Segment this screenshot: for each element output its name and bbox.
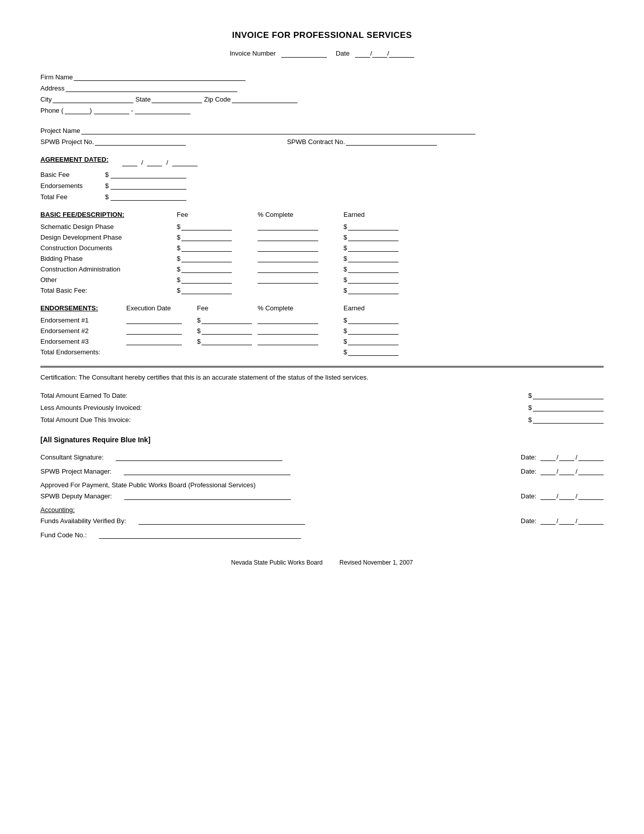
invoice-date-mm[interactable] [355, 50, 370, 58]
spwb-project-no-field[interactable] [95, 137, 186, 146]
endorsements-field[interactable] [111, 181, 186, 190]
deputy-sig-field[interactable] [124, 492, 291, 500]
total-fee-label: Total Fee [40, 193, 101, 201]
basic-fee-label: Basic Fee [40, 171, 101, 178]
consultant-sig-field[interactable] [116, 453, 282, 461]
invoice-number-row: Invoice Number Date / / [40, 50, 604, 58]
cons-date-yyyy[interactable] [578, 453, 604, 461]
other-earned-field[interactable] [348, 275, 399, 284]
fund-code-field[interactable] [99, 531, 301, 539]
endorsements-dollar: $ [105, 181, 186, 190]
other-pct-field[interactable] [258, 275, 318, 284]
spwb-pm-field[interactable] [124, 467, 290, 475]
total-due-field[interactable] [533, 415, 604, 424]
deputy-sig-row: SPWB Deputy Manager: Date: / / [40, 492, 604, 500]
end1-fee-field[interactable] [202, 316, 252, 324]
less-prev-row: Less Amounts Previously Invoiced: $ [40, 403, 604, 411]
basic-fee-table-header: BASIC FEE/DESCRIPTION: Fee % Complete Ea… [40, 211, 604, 218]
table-row: Total Basic Fee: $ $ [40, 286, 604, 294]
funds-field[interactable] [138, 517, 305, 525]
end3-earned-field[interactable] [348, 337, 399, 345]
cd-earned-field[interactable] [348, 244, 399, 252]
project-name-field[interactable] [81, 126, 475, 134]
pm-date-mm[interactable] [540, 467, 556, 475]
basic-fee-field[interactable] [111, 170, 186, 178]
dep-date-mm[interactable] [540, 492, 556, 500]
end3-fee-field[interactable] [202, 337, 252, 345]
total-end-earned-field[interactable] [348, 348, 399, 356]
basic-fee-col-fee: Fee [177, 211, 258, 218]
sd-earned-field[interactable] [348, 222, 399, 230]
phone-area-field[interactable] [65, 106, 90, 114]
end-col-label: ENDORSEMENTS: [40, 304, 126, 312]
table-row: Construction Administration $ $ [40, 265, 604, 273]
end2-fee-field[interactable] [202, 327, 252, 335]
state-field[interactable] [152, 95, 202, 103]
agreement-date-yyyy[interactable] [172, 158, 197, 166]
city-field[interactable] [53, 95, 133, 103]
bid-fee-field[interactable] [181, 254, 232, 262]
ca-earned-field[interactable] [348, 265, 399, 273]
agreement-date-dd[interactable] [147, 158, 162, 166]
deputy-date: Date: / / [521, 492, 604, 500]
project-section: Project Name SPWB Project No. SPWB Contr… [40, 126, 604, 146]
cons-date-dd[interactable] [559, 453, 574, 461]
ca-pct-field[interactable] [258, 265, 318, 273]
dd-fee-field[interactable] [181, 233, 232, 241]
end3-date-field[interactable] [126, 337, 182, 345]
total-fee-field[interactable] [111, 193, 186, 201]
firm-name-field[interactable] [74, 73, 245, 81]
dep-date-yyyy[interactable] [578, 492, 604, 500]
agreement-section: AGREEMENT DATED: / / Basic Fee $ Endorse… [40, 156, 604, 201]
end2-pct-field[interactable] [258, 327, 318, 335]
pm-date-yyyy[interactable] [578, 467, 604, 475]
end2-earned-field[interactable] [348, 327, 399, 335]
spwb-pm-label: SPWB Project Manager: [40, 468, 112, 475]
invoice-date-yyyy[interactable] [389, 50, 414, 58]
end1-earned-field[interactable] [348, 316, 399, 324]
less-prev-field[interactable] [533, 403, 604, 411]
total-earned-field[interactable] [533, 391, 604, 399]
end1-pct-field[interactable] [258, 316, 318, 324]
invoice-number-field[interactable] [281, 50, 327, 58]
cd-fee-field[interactable] [181, 244, 232, 252]
phone-prefix-field[interactable] [94, 106, 129, 114]
spwb-pm-date: Date: / / [521, 467, 604, 475]
endorsements-label: Endorsements [40, 182, 101, 190]
sd-fee-field[interactable] [181, 222, 232, 230]
endorsements-row: Endorsements $ [40, 181, 604, 190]
invoice-date-dd[interactable] [372, 50, 387, 58]
fund-code-label: Fund Code No.: [40, 531, 87, 539]
cd-pct-field[interactable] [258, 244, 318, 252]
spwb-contract-no-field[interactable] [346, 137, 437, 146]
basic-fee-col-label: BASIC FEE/DESCRIPTION: [40, 211, 177, 218]
funds-date-mm[interactable] [540, 517, 556, 525]
zip-field[interactable] [232, 95, 298, 103]
agreement-date-mm[interactable] [122, 158, 137, 166]
end3-pct-field[interactable] [258, 337, 318, 345]
dep-date-dd[interactable] [559, 492, 574, 500]
total-basic-fee-field[interactable] [181, 286, 232, 294]
funds-date-yyyy[interactable] [578, 517, 604, 525]
end2-date-field[interactable] [126, 327, 182, 335]
table-row: Construction Documents $ $ [40, 244, 604, 252]
sd-pct-field[interactable] [258, 222, 318, 230]
bid-pct-field[interactable] [258, 254, 318, 262]
funds-date-dd[interactable] [559, 517, 574, 525]
cons-date-mm[interactable] [540, 453, 556, 461]
end-col-pct: % Complete [258, 304, 343, 312]
total-basic-earned-field[interactable] [348, 286, 399, 294]
pm-date-dd[interactable] [559, 467, 574, 475]
consultant-sig-date: Date: / / [521, 453, 604, 461]
dd-earned-field[interactable] [348, 233, 399, 241]
dd-pct-field[interactable] [258, 233, 318, 241]
basic-fee-col-pct: % Complete [258, 211, 343, 218]
ca-fee-field[interactable] [181, 265, 232, 273]
bid-earned-field[interactable] [348, 254, 399, 262]
approved-title: Approved For Payment, State Public Works… [40, 481, 604, 489]
address-field[interactable] [66, 84, 237, 92]
spwb-project-no-label: SPWB Project No. [40, 138, 94, 146]
end1-date-field[interactable] [126, 316, 182, 324]
other-fee-field[interactable] [181, 275, 232, 284]
phone-suffix-field[interactable] [135, 106, 190, 114]
